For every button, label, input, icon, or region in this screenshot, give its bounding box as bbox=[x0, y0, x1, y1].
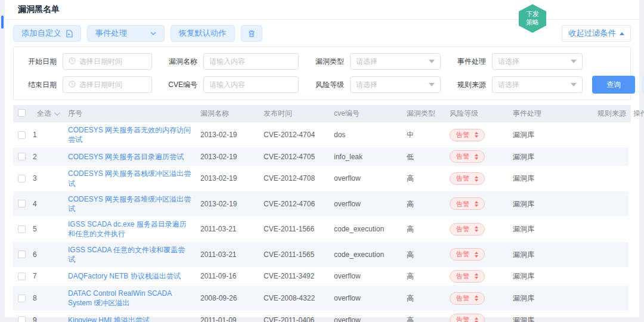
select-all-label: 全选 bbox=[37, 109, 51, 119]
vuln-name-link[interactable]: DATAC Control RealWin SCADA System 缓冲区溢出 bbox=[68, 289, 172, 307]
risk-level: 高 bbox=[402, 267, 445, 286]
event-action-select[interactable]: 告警 bbox=[450, 314, 485, 322]
row-checkbox[interactable] bbox=[18, 175, 26, 182]
rule-source-select[interactable]: 请选择 bbox=[492, 76, 583, 93]
event-action-select[interactable]: 告警 bbox=[450, 129, 485, 141]
add-custom-label: 添加自定义 bbox=[21, 28, 61, 39]
clock-icon bbox=[69, 80, 76, 89]
row-checkbox[interactable] bbox=[18, 225, 26, 233]
row-operation bbox=[593, 166, 628, 191]
vuln-type-label: 漏洞类型 bbox=[308, 57, 344, 67]
event-action-select[interactable]: 告警 bbox=[450, 270, 485, 283]
event-action-label: 告警 bbox=[456, 225, 469, 234]
event-action-label: 告警 bbox=[456, 131, 469, 140]
filter-row-1: 开始日期 选择日期时间 漏洞名称 漏洞类型 请选择 事 bbox=[21, 53, 623, 70]
vuln-type: dos bbox=[329, 122, 402, 147]
vuln-name-link[interactable]: IGSS SCADA dc.exe 服务器目录遍历和任意的文件执行 bbox=[68, 220, 187, 238]
sort-arrows-icon bbox=[475, 317, 478, 322]
restore-default-button[interactable]: 恢复默认动作 bbox=[171, 25, 235, 42]
table-row: 5IGSS SCADA dc.exe 服务器目录遍历和任意的文件执行2011-0… bbox=[13, 216, 631, 242]
add-custom-button[interactable]: 添加自定义 bbox=[13, 25, 81, 42]
row-index: 7 bbox=[33, 271, 37, 281]
sort-arrows-icon bbox=[475, 154, 478, 160]
select-all-label-cell: 全选 bbox=[37, 105, 63, 122]
left-accent-bar bbox=[1, 16, 4, 29]
row-checkbox[interactable] bbox=[18, 295, 26, 302]
cve-no-input[interactable] bbox=[209, 80, 293, 89]
select-all-cell bbox=[13, 105, 37, 122]
vuln-name-link[interactable]: CODESYS 网关服务器栈缓冲区溢出尝试 bbox=[68, 169, 191, 187]
cve-id: CVE-2012-4705 bbox=[259, 147, 329, 166]
row-index: 8 bbox=[33, 293, 37, 303]
event-action-label: 告警 bbox=[456, 294, 469, 303]
row-checkbox[interactable] bbox=[18, 273, 26, 280]
caret-down-icon bbox=[571, 60, 577, 63]
row-checkbox[interactable] bbox=[18, 316, 26, 322]
vuln-name-link[interactable]: CODESYS 网关服务器目录遍历尝试 bbox=[68, 153, 184, 161]
column-header: 序号 bbox=[63, 105, 196, 122]
risk-level: 高 bbox=[402, 166, 445, 191]
vuln-table: 全选 序号漏洞名称发布时间cve编号漏洞类型风险等级事件处理规则来源操作 1CO… bbox=[13, 105, 631, 322]
cve-id: CVE-2012-4704 bbox=[259, 122, 329, 147]
row-index: 5 bbox=[33, 224, 37, 234]
table-body: 1CODESYS 网关服务器无效的内存访问尝试2013-02-19CVE-201… bbox=[13, 122, 631, 322]
collapse-filter-label: 收起过滤条件 bbox=[568, 28, 616, 39]
query-button[interactable]: 查询 bbox=[592, 76, 635, 94]
start-date-input[interactable]: 选择日期时间 bbox=[63, 53, 152, 70]
delete-button[interactable] bbox=[241, 25, 262, 42]
end-date-input[interactable]: 选择日期时间 bbox=[63, 76, 152, 93]
event-action-select[interactable]: 告警 bbox=[450, 292, 485, 305]
vuln-name-label: 漏洞名称 bbox=[162, 57, 197, 67]
event-action-select[interactable]: 告警 bbox=[450, 248, 485, 261]
vuln-blacklist-panel: 漏洞黑名单 下发 策略 添加自定义 事件处理 恢复默认动作 收起过滤条件 bbox=[5, 0, 639, 317]
event-action-select[interactable]: 告警 bbox=[450, 223, 485, 236]
row-checkbox[interactable] bbox=[18, 153, 26, 160]
vuln-name-link[interactable]: Kingview HMI 堆溢出尝试 bbox=[68, 316, 150, 322]
table-row: 8DATAC Control RealWin SCADA System 缓冲区溢… bbox=[13, 286, 631, 311]
event-action-label: 告警 bbox=[456, 250, 469, 259]
vuln-name-link[interactable]: CODESYS 网关服务器无效的内存访问尝试 bbox=[68, 126, 191, 144]
sort-arrows-icon bbox=[475, 132, 478, 138]
cve-id: CVE-2008-4322 bbox=[259, 286, 329, 311]
vuln-type: overflow bbox=[329, 166, 402, 191]
trash-icon bbox=[248, 30, 255, 38]
risk-level-select[interactable]: 请选择 bbox=[350, 76, 441, 93]
end-date-placeholder: 选择日期时间 bbox=[79, 80, 122, 90]
rule-source-placeholder: 请选择 bbox=[498, 80, 519, 90]
event-action-select[interactable]: 告警 bbox=[450, 197, 485, 210]
row-operation bbox=[593, 267, 628, 286]
vuln-name-link[interactable]: CODESYS 网关服务器堆缓冲区溢出尝试 bbox=[68, 195, 191, 213]
row-checkbox[interactable] bbox=[18, 200, 26, 208]
row-index: 2 bbox=[33, 152, 37, 162]
row-index: 1 bbox=[33, 130, 37, 140]
event-handle-dropdown[interactable]: 事件处理 bbox=[87, 25, 165, 42]
collapse-filter-button[interactable]: 收起过滤条件 bbox=[562, 25, 631, 42]
vuln-name-link[interactable]: IGSS SCADA 任意的文件读和覆盖尝试 bbox=[68, 246, 185, 264]
select-all-checkbox[interactable] bbox=[18, 109, 26, 117]
row-checkbox[interactable] bbox=[18, 131, 26, 139]
vuln-name-input[interactable] bbox=[209, 57, 293, 66]
table-row: 6IGSS SCADA 任意的文件读和覆盖尝试2011-03-21CVE-201… bbox=[13, 242, 631, 267]
publish-date: 2011-01-09 bbox=[196, 311, 259, 322]
vuln-name-link[interactable]: DAQFactory NETB 协议栈溢出尝试 bbox=[68, 272, 181, 280]
publish-date: 2011-09-16 bbox=[196, 267, 259, 286]
start-date-label: 开始日期 bbox=[21, 57, 57, 67]
event-handle-select[interactable]: 请选择 bbox=[492, 53, 583, 70]
table-header-row: 全选 序号漏洞名称发布时间cve编号漏洞类型风险等级事件处理规则来源操作 bbox=[13, 105, 631, 122]
filter-panel: 开始日期 选择日期时间 漏洞名称 漏洞类型 请选择 事 bbox=[13, 47, 631, 100]
rule-source: 漏洞库 bbox=[508, 122, 593, 147]
publish-date: 2011-03-21 bbox=[196, 216, 259, 242]
cve-no-input-wrap bbox=[203, 76, 299, 93]
filter-start-date: 开始日期 选择日期时间 bbox=[21, 53, 152, 70]
rule-source: 漏洞库 bbox=[508, 286, 593, 311]
vuln-type: code_execution bbox=[329, 242, 402, 267]
vuln-type-select[interactable]: 请选择 bbox=[350, 53, 441, 70]
column-header: cve编号 bbox=[329, 105, 402, 122]
event-action-label: 告警 bbox=[456, 200, 469, 209]
row-checkbox[interactable] bbox=[18, 250, 26, 258]
filter-vuln-name: 漏洞名称 bbox=[162, 53, 299, 70]
filter-rule-source: 规则来源 请选择 bbox=[450, 76, 583, 93]
event-action-select[interactable]: 告警 bbox=[450, 150, 485, 163]
chevron-down-icon[interactable] bbox=[54, 110, 60, 116]
event-action-select[interactable]: 告警 bbox=[450, 172, 485, 185]
